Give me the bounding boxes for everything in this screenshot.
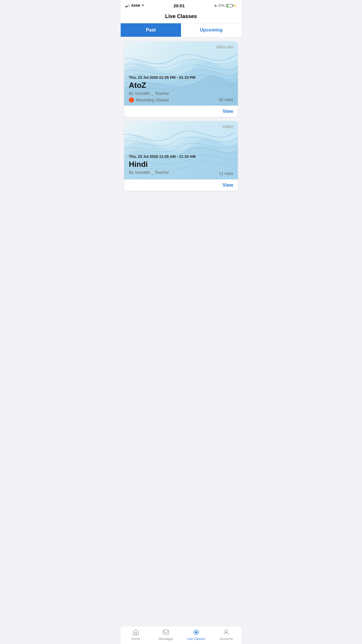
card-title-2: Hindi [129,160,233,169]
card-banner-2: HINDI Thu, 23 Jul 2020 11:05 AM - 11:16 … [124,121,238,179]
status-right: ⊕ 27% ⚡ [214,4,237,8]
charging-icon: ⚡ [233,4,237,7]
card-footer-1: View [124,106,238,117]
lock-icon: ⊕ [214,4,217,8]
card-date-1: Thu, 23 Jul 2020 01:05 PM - 01:10 PM [129,75,233,80]
class-card-1: ENGLISH Thu, 23 Jul 2020 01:05 PM - 01:1… [124,41,238,117]
signal-bars [125,4,130,7]
recording-label-1: Recording Shared [136,98,169,102]
tab-past[interactable]: Past [121,23,181,37]
battery-icon [226,4,233,7]
card-language-1: ENGLISH [217,45,233,49]
card-teacher-2: By Sourabh _ Teacher [129,170,233,175]
view-button-2[interactable]: View [223,183,233,188]
battery-percent: 27% [218,4,225,7]
battery-container: ⚡ [226,4,237,7]
card-date-2: Thu, 23 Jul 2020 11:05 AM - 11:16 AM [129,154,233,159]
card-recording-1: Recording Shared [129,97,233,103]
view-button-1[interactable]: View [223,109,233,114]
card-duration-1: 05 mins [219,97,233,102]
carrier-label: Airtel [131,4,140,8]
tab-upcoming[interactable]: Upcoming [181,23,241,37]
card-duration-2: 11 mins [219,171,233,176]
tab-bar: Past Upcoming [121,23,241,37]
recording-dot-1 [129,97,134,103]
content-area: ENGLISH Thu, 23 Jul 2020 01:05 PM - 01:1… [121,37,241,214]
status-left: Airtel ⌔ [125,4,144,8]
wifi-icon: ⌔ [142,4,144,8]
card-teacher-1: By Sourabh _ Teacher [129,91,233,96]
card-title-1: AtoZ [129,81,233,90]
page-title: Live Classes [125,13,237,20]
card-language-2: HINDI [223,125,233,129]
card-footer-2: View [124,179,238,191]
time-label: 20:01 [173,3,184,8]
card-banner-1: ENGLISH Thu, 23 Jul 2020 01:05 PM - 01:1… [124,41,238,106]
class-card-2: HINDI Thu, 23 Jul 2020 11:05 AM - 11:16 … [124,121,238,191]
header: Live Classes [121,10,241,23]
status-bar: Airtel ⌔ 20:01 ⊕ 27% ⚡ [121,0,241,10]
